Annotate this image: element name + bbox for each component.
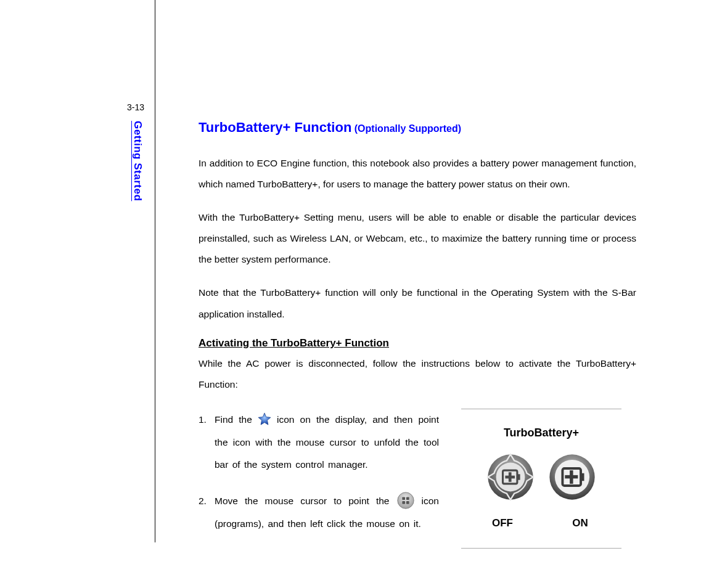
paragraph-3: Note that the TurboBattery+ function wil… bbox=[199, 282, 636, 324]
turbobattery-off-icon bbox=[486, 453, 535, 504]
off-label: OFF bbox=[478, 517, 527, 529]
vertical-rule bbox=[155, 0, 155, 542]
svg-point-1 bbox=[397, 492, 413, 508]
svg-rect-9 bbox=[517, 474, 520, 480]
svg-marker-0 bbox=[258, 412, 271, 424]
step-2: 2. Move the mouse cursor to point the bbox=[199, 490, 439, 536]
intro-paragraph: While the AC power is disconnected, foll… bbox=[199, 353, 636, 395]
section-label: Getting Started bbox=[131, 121, 144, 201]
star-icon bbox=[258, 409, 271, 431]
svg-rect-15 bbox=[581, 473, 584, 481]
columns: 1. Find the bbox=[199, 409, 636, 549]
turbobattery-widget: TurboBattery+ bbox=[461, 409, 621, 549]
svg-rect-2 bbox=[402, 497, 405, 500]
svg-rect-3 bbox=[406, 497, 409, 500]
title: TurboBattery+ Function (Optionally Suppo… bbox=[199, 120, 636, 136]
paragraph-1: In addition to ECO Engine function, this… bbox=[199, 153, 636, 195]
title-main: TurboBattery+ Function bbox=[199, 120, 351, 135]
step-body: Move the mouse cursor to point the bbox=[215, 490, 439, 536]
svg-rect-11 bbox=[505, 476, 515, 479]
page: 3-13 Getting Started TurboBattery+ Funct… bbox=[0, 0, 701, 588]
turbobattery-on-icon bbox=[548, 453, 596, 504]
step-body: Find the icon on the disp bbox=[215, 409, 439, 476]
programs-icon bbox=[396, 490, 415, 512]
main-content: TurboBattery+ Function (Optionally Suppo… bbox=[199, 120, 636, 549]
svg-rect-17 bbox=[565, 475, 578, 478]
subheading: Activating the TurboBattery+ Function bbox=[199, 337, 636, 349]
svg-rect-4 bbox=[402, 501, 405, 504]
on-label: ON bbox=[556, 517, 604, 529]
step-number: 1. bbox=[199, 409, 215, 476]
widget-title: TurboBattery+ bbox=[467, 427, 615, 439]
svg-rect-5 bbox=[406, 501, 409, 504]
steps-list: 1. Find the bbox=[199, 409, 439, 549]
step-1: 1. Find the bbox=[199, 409, 439, 476]
step-2-text-a: Move the mouse cursor to point the bbox=[215, 496, 396, 506]
title-sub: (Optionally Supported) bbox=[355, 123, 461, 134]
paragraph-2: With the TurboBattery+ Setting menu, use… bbox=[199, 207, 636, 270]
page-number: 3-13 bbox=[127, 102, 144, 112]
step-1-text-a: Find the bbox=[215, 414, 258, 425]
step-number: 2. bbox=[199, 490, 215, 536]
widget-icons bbox=[467, 453, 615, 504]
widget-labels: OFF ON bbox=[467, 517, 615, 529]
